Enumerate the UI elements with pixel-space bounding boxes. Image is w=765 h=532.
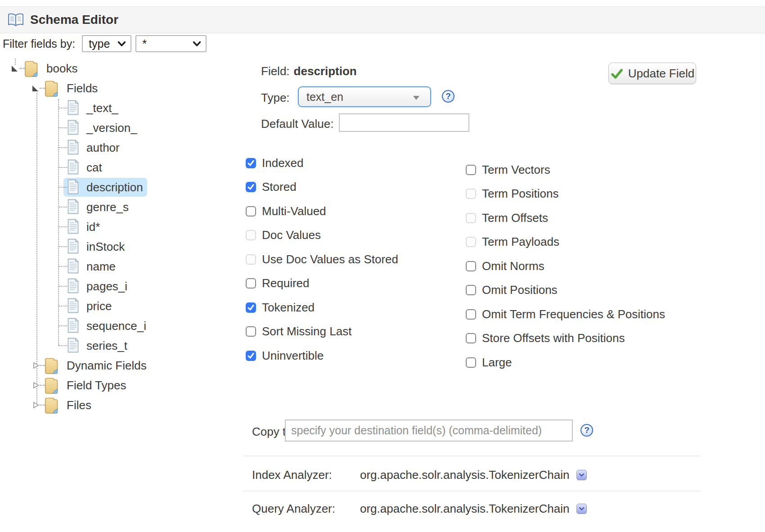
flag-row-tokenized: Tokenized [246,298,315,317]
tree-connector [59,207,67,207]
tree-item-cat[interactable]: cat [0,158,234,177]
checkbox-large[interactable] [466,357,476,368]
tree-item-dynamic-fields[interactable]: Dynamic Fields [0,356,234,375]
checkbox-label: Omit Term Frequencies & Positions [482,307,665,321]
tree-item-version[interactable]: _version_ [0,118,234,138]
tree-item-label: pages_i [86,276,127,296]
tree-connector [59,167,67,168]
doc-icon [67,119,80,135]
checkbox-label: Doc Values [262,228,321,242]
tree-item-label: description [86,177,143,197]
checkbox-term-vectors[interactable] [466,165,476,175]
expand-analyzer-icon[interactable] [576,504,587,514]
filter-value: * [142,37,147,50]
flag-row-term-positions: Term Positions [466,184,559,204]
flag-row-stored: Stored [246,177,297,197]
checkbox-multi-valued[interactable] [246,206,256,216]
field-name: description [294,64,357,78]
tree-item-pages-i[interactable]: pages_i [0,276,234,296]
checkbox-store-offsets-with-positions[interactable] [466,333,476,343]
type-help-icon[interactable] [442,90,454,103]
tree-connector [59,306,67,307]
doc-icon [67,99,80,116]
checkbox-label: Sort Missing Last [262,325,351,338]
checkbox-label: Multi-Valued [262,204,326,218]
tree-item-description[interactable]: description [0,177,234,197]
tree-item-instock[interactable]: inStock [0,237,234,257]
flag-row-multi-valued: Multi-Valued [246,201,326,221]
tree-item-name[interactable]: name [0,257,234,276]
expand-icon[interactable] [32,401,40,409]
tree-item-label: sequence_i [86,316,146,336]
collapse-icon[interactable] [12,66,18,72]
tree-item-sequence-i[interactable]: sequence_i [0,316,234,336]
tree-item-fields[interactable]: Fields [0,78,234,98]
folder-icon [25,60,39,77]
tree-item-series-t[interactable]: series_t [0,336,234,356]
checkbox-indexed[interactable] [246,158,256,168]
checkbox-term-payloads[interactable] [466,237,476,247]
type-label: Type: [261,91,290,105]
doc-icon [67,198,80,215]
default-value-input[interactable] [339,113,469,132]
tree-item-price[interactable]: price [0,296,234,316]
filter-by-value: type [89,37,110,50]
tree-item-text[interactable]: _text_ [0,98,234,118]
flag-row-term-offsets: Term Offsets [466,208,548,228]
tree-connector [59,226,67,227]
index-analyzer-value: org.apache.solr.analysis.TokenizerChain [360,468,569,482]
tree-item-label: _text_ [86,98,118,118]
doc-icon [67,298,80,314]
divider [243,455,700,456]
folder-icon [45,397,59,414]
filter-by-select[interactable]: type [82,35,131,52]
checkbox-omit-norms[interactable] [466,261,476,271]
tree-item-label: Files [67,395,91,415]
tree-connector [59,127,67,128]
checkbox-use-doc-values-as-stored[interactable] [246,254,256,265]
filter-value-select[interactable]: * [135,35,207,52]
update-field-button[interactable]: Update Field [608,63,696,84]
checkbox-term-offsets[interactable] [466,213,476,223]
field-title: Field:description [261,64,357,78]
tree-item-books[interactable]: books [0,59,234,78]
checkbox-omit-positions[interactable] [466,285,476,295]
checkbox-required[interactable] [246,278,256,289]
copy-to-help-icon[interactable] [580,424,593,437]
tree-item-files[interactable]: Files [0,395,234,415]
expand-icon[interactable] [32,381,40,389]
flags-column-left: IndexedStoredMulti-ValuedDoc ValuesUse D… [246,153,462,371]
tree-item-field-types[interactable]: Field Types [0,375,234,395]
type-dropdown[interactable]: text_en [298,86,431,107]
expand-icon[interactable] [32,361,40,370]
checkbox-label: Term Offsets [482,211,548,225]
schema-tree: booksFields_text__version_authorcatdescr… [0,59,234,419]
checkbox-label: Term Payloads [482,235,559,249]
checkbox-tokenized[interactable] [246,302,256,313]
tree-item-label: author [86,138,120,158]
tree-item-label: cat [86,158,102,177]
tree-connector [59,325,67,326]
doc-icon [67,179,80,195]
expand-analyzer-icon[interactable] [576,470,587,480]
index-analyzer-row: Index Analyzer: org.apache.solr.analysis… [252,467,587,482]
checkbox-stored[interactable] [246,182,256,192]
checkbox-omit-term-frequencies-positions[interactable] [466,309,476,320]
collapse-icon[interactable] [32,86,38,91]
tree-item-author[interactable]: author [0,138,234,158]
copy-to-input[interactable] [285,419,573,442]
checkbox-uninvertible[interactable] [246,351,256,361]
default-value-label: Default Value: [261,117,333,131]
checkbox-term-positions[interactable] [466,189,476,199]
tree-item-id[interactable]: id* [0,217,234,237]
checkbox-sort-missing-last[interactable] [246,326,256,337]
flag-row-omit-norms: Omit Norms [466,256,544,276]
doc-icon [67,139,80,155]
dropdown-arrow-icon [413,96,419,100]
flag-row-store-offsets-with-positions: Store Offsets with Positions [466,329,625,348]
type-value: text_en [306,90,343,104]
field-label: Field: [261,64,290,78]
tree-item-genre-s[interactable]: genre_s [0,197,234,217]
checkbox-doc-values[interactable] [246,230,256,240]
tree-connector [59,147,67,148]
